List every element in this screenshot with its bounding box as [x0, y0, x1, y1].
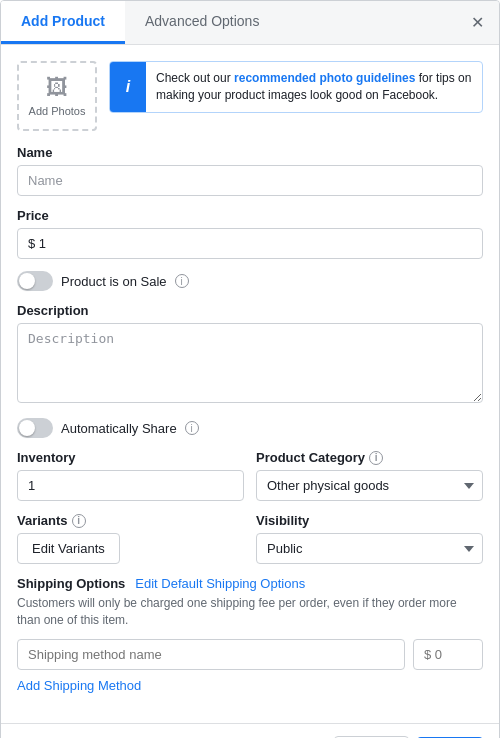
name-input[interactable] [17, 165, 483, 196]
name-field-group: Name [17, 145, 483, 196]
tabs-bar: Add Product Advanced Options ✕ [1, 1, 499, 45]
price-input[interactable] [17, 228, 483, 259]
modal-content: 🖼 Add Photos i Check out our recommended… [1, 45, 499, 723]
inventory-col: Inventory [17, 450, 244, 501]
shipping-header: Shipping Options Edit Default Shipping O… [17, 576, 483, 591]
visibility-label: Visibility [256, 513, 483, 528]
auto-share-toggle-row: Automatically Share i [17, 418, 483, 438]
auto-share-info-icon[interactable]: i [185, 421, 199, 435]
photo-upload-area[interactable]: 🖼 Add Photos [17, 61, 97, 131]
name-label: Name [17, 145, 483, 160]
info-text-before: Check out our [156, 71, 234, 85]
visibility-select[interactable]: Public [256, 533, 483, 564]
price-field-group: Price [17, 208, 483, 259]
variants-info-icon[interactable]: i [72, 514, 86, 528]
photo-icon: 🖼 [46, 75, 68, 101]
inventory-input[interactable] [17, 470, 244, 501]
sale-toggle[interactable] [17, 271, 53, 291]
edit-shipping-link[interactable]: Edit Default Shipping Options [135, 576, 305, 591]
info-icon: i [126, 78, 130, 96]
shipping-price-input[interactable] [413, 639, 483, 670]
modal-footer: Cancel Save [1, 723, 499, 738]
category-info-icon[interactable]: i [369, 451, 383, 465]
category-label-text: Product Category [256, 450, 365, 465]
info-text-content: Check out our recommended photo guidelin… [146, 62, 482, 112]
description-label: Description [17, 303, 483, 318]
visibility-col: Visibility Public [256, 513, 483, 564]
inventory-label: Inventory [17, 450, 244, 465]
photo-info-row: 🖼 Add Photos i Check out our recommended… [17, 61, 483, 131]
auto-share-toggle-knob [19, 420, 35, 436]
modal: Add Product Advanced Options ✕ 🖼 Add Pho… [0, 0, 500, 738]
shipping-input-row [17, 639, 483, 670]
variants-label-text: Variants [17, 513, 68, 528]
info-banner: i Check out our recommended photo guidel… [109, 61, 483, 113]
description-field-group: Description [17, 303, 483, 406]
description-input[interactable] [17, 323, 483, 403]
variants-col: Variants i Edit Variants [17, 513, 244, 564]
sale-toggle-label: Product is on Sale [61, 274, 167, 289]
variants-label-row: Variants i [17, 513, 244, 528]
add-shipping-link[interactable]: Add Shipping Method [17, 678, 483, 693]
photo-upload-label: Add Photos [29, 105, 86, 117]
inventory-category-row: Inventory Product Category i Other physi… [17, 450, 483, 501]
price-label: Price [17, 208, 483, 223]
category-select[interactable]: Other physical goods [256, 470, 483, 501]
shipping-method-input[interactable] [17, 639, 405, 670]
edit-variants-button[interactable]: Edit Variants [17, 533, 120, 564]
info-icon-col: i [110, 62, 146, 112]
sale-toggle-row: Product is on Sale i [17, 271, 483, 291]
category-label-row: Product Category i [256, 450, 483, 465]
shipping-title: Shipping Options [17, 576, 125, 591]
auto-share-label: Automatically Share [61, 421, 177, 436]
tab-add-product[interactable]: Add Product [1, 1, 125, 44]
sale-info-icon[interactable]: i [175, 274, 189, 288]
category-col: Product Category i Other physical goods [256, 450, 483, 501]
variants-visibility-row: Variants i Edit Variants Visibility Publ… [17, 513, 483, 564]
sale-toggle-knob [19, 273, 35, 289]
shipping-description: Customers will only be charged one shipp… [17, 595, 483, 629]
tab-advanced-options[interactable]: Advanced Options [125, 1, 279, 44]
modal-close-button[interactable]: ✕ [467, 13, 487, 33]
auto-share-toggle[interactable] [17, 418, 53, 438]
photo-guidelines-link[interactable]: recommended photo guidelines [234, 71, 415, 85]
